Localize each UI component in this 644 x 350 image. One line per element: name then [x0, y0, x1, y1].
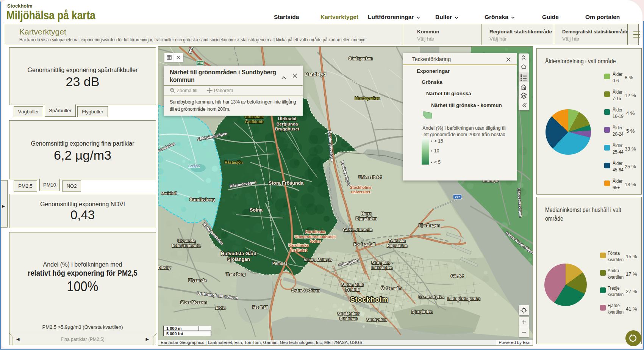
svg-text:Östra St Göran: Östra St Göran: [292, 288, 320, 293]
svg-text:E18: E18: [197, 61, 203, 65]
svg-text:Stadsparken: Stadsparken: [349, 56, 372, 61]
svg-text:StockholmsStadshus: StockholmsStadshus: [337, 311, 360, 321]
svg-text:Stora Frösunda: Stora Frösunda: [269, 180, 304, 186]
svg-text:Solna: Solna: [250, 207, 263, 213]
svg-text:Sundbyberg: Sundbyberg: [189, 197, 215, 202]
svg-text:UlriksdalBerglundaBrygghuset: UlriksdalBerglundaBrygghuset: [275, 116, 299, 131]
svg-text:Råstasjön: Råstasjön: [225, 160, 243, 165]
svg-text:Traneberg: Traneberg: [226, 272, 245, 276]
svg-text:5 000 fot: 5 000 fot: [166, 331, 183, 336]
svg-text:UlriksdalsGolfklubb: UlriksdalsGolfklubb: [245, 115, 264, 124]
svg-text:Lötsjön: Lötsjön: [188, 164, 200, 168]
svg-text:Universitetet: Universitetet: [359, 175, 382, 179]
svg-text:Stockholm: Stockholm: [350, 296, 388, 303]
svg-text:Pampas: Pampas: [272, 261, 288, 265]
svg-text:Västra Matteus: Västra Matteus: [304, 257, 332, 262]
svg-text:Roslagstull: Roslagstull: [354, 242, 375, 246]
svg-text:Gärdet: Gärdet: [451, 274, 464, 278]
svg-text:Djurgården: Djurgården: [411, 309, 433, 314]
svg-text:Storkyrkan: Storkyrkan: [366, 317, 387, 322]
svg-text:10: 10: [434, 148, 439, 154]
svg-text:Alvik: Alvik: [215, 306, 225, 310]
svg-text:TekniskaHögskolan: TekniskaHögskolan: [387, 239, 407, 248]
svg-text:Riksby: Riksby: [158, 265, 171, 270]
svg-text:> 15: > 15: [434, 138, 443, 144]
svg-text:Danderyd: Danderyd: [305, 72, 326, 77]
svg-text:Hjorthagen: Hjorthagen: [419, 223, 439, 228]
svg-text:1 000 m: 1 000 m: [166, 326, 182, 331]
svg-text:Stureplan -Lärkstaden: Stureplan -Lärkstaden: [371, 261, 392, 270]
svg-text:Stora Mossen: Stora Mossen: [181, 300, 207, 304]
svg-text:Idrottsparken: Idrottsparken: [355, 96, 380, 100]
svg-text:Östermalm: Östermalm: [381, 286, 402, 290]
svg-text:< 5: < 5: [434, 160, 441, 165]
svg-text:KarolinskaInstitutet: KarolinskaInstitutet: [288, 243, 309, 253]
svg-text:Fredhäll: Fredhäll: [253, 305, 268, 309]
svg-text:Stockholmsuniversitet: Stockholmsuniversitet: [350, 185, 372, 194]
svg-text:277: 277: [455, 195, 460, 199]
svg-text:Ladugårdsgärdet: Ladugårdsgärdet: [447, 297, 480, 301]
svg-text:Gärdestunneln: Gärdestunneln: [343, 228, 372, 232]
svg-text:Ulvsunda: Ulvsunda: [188, 278, 206, 283]
svg-text:Oscara Kyrka: Oscara Kyrka: [418, 295, 444, 299]
svg-text:Mariehäll: Mariehäll: [161, 191, 177, 195]
